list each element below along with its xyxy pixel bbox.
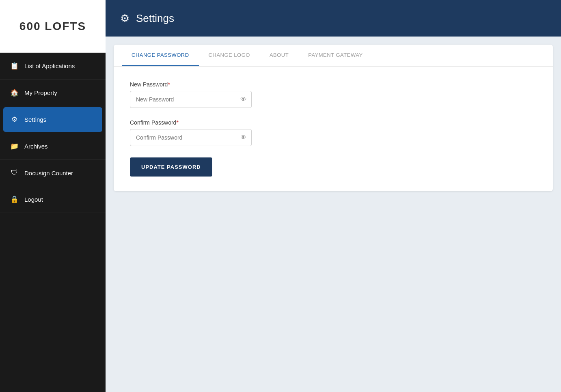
settings-tabs: CHANGE PASSWORDCHANGE LOGOABOUTPAYMENT G… [114, 45, 553, 67]
settings-icon: ⚙ [10, 115, 19, 124]
sidebar-label-docusign-counter: Docusign Counter [24, 170, 73, 177]
settings-card: CHANGE PASSWORDCHANGE LOGOABOUTPAYMENT G… [114, 45, 553, 191]
sidebar-item-docusign-counter[interactable]: 🛡 Docusign Counter [0, 160, 106, 186]
tab-about[interactable]: ABOUT [260, 45, 298, 66]
sidebar-item-logout[interactable]: 🔒 Logout [0, 186, 106, 213]
settings-header-icon: ⚙ [120, 12, 129, 25]
sidebar-item-list-applications[interactable]: 📋 List of Applications [0, 53, 106, 80]
confirm-password-toggle-icon[interactable]: 👁 [240, 134, 247, 141]
sidebar-label-logout: Logout [24, 196, 43, 203]
logout-icon: 🔒 [10, 195, 19, 204]
sidebar-label-my-property: My Property [24, 89, 57, 96]
main-content: ⚙ Settings CHANGE PASSWORDCHANGE LOGOABO… [106, 0, 561, 392]
list-applications-icon: 📋 [10, 62, 19, 70]
tab-change-logo[interactable]: CHANGE LOGO [199, 45, 260, 66]
page-title: Settings [136, 12, 174, 25]
sidebar-label-list-applications: List of Applications [24, 62, 75, 69]
tab-change-password[interactable]: CHANGE PASSWORD [122, 45, 199, 66]
confirm-password-required: * [176, 119, 178, 126]
change-password-form: New Password* 👁 Confirm Password* 👁 [114, 67, 553, 191]
sidebar-item-my-property[interactable]: 🏠 My Property [0, 80, 106, 106]
sidebar-nav: 📋 List of Applications 🏠 My Property ⚙ S… [0, 53, 106, 392]
update-password-button[interactable]: UPDATE PASSWORD [130, 157, 212, 177]
confirm-password-wrapper: 👁 [130, 129, 252, 146]
app-logo-text: 600 LOFTS [19, 20, 86, 33]
sidebar-item-archives[interactable]: 📁 Archives [0, 133, 106, 160]
sidebar-label-settings: Settings [24, 116, 46, 123]
new-password-label: New Password* [130, 81, 537, 88]
new-password-input[interactable] [130, 91, 252, 108]
new-password-wrapper: 👁 [130, 91, 252, 108]
new-password-required: * [168, 81, 170, 88]
sidebar-logo: 600 LOFTS [0, 0, 106, 53]
docusign-counter-icon: 🛡 [10, 169, 19, 177]
content-area: CHANGE PASSWORDCHANGE LOGOABOUTPAYMENT G… [106, 37, 561, 392]
my-property-icon: 🏠 [10, 88, 19, 97]
new-password-group: New Password* 👁 [130, 81, 537, 108]
sidebar-label-archives: Archives [24, 143, 48, 150]
tab-payment-gateway[interactable]: PAYMENT GATEWAY [298, 45, 372, 66]
new-password-toggle-icon[interactable]: 👁 [240, 96, 247, 103]
confirm-password-input[interactable] [130, 129, 252, 146]
confirm-password-group: Confirm Password* 👁 [130, 119, 537, 146]
archives-icon: 📁 [10, 142, 19, 151]
sidebar: 600 LOFTS 📋 List of Applications 🏠 My Pr… [0, 0, 106, 392]
page-header: ⚙ Settings [106, 0, 561, 37]
confirm-password-label: Confirm Password* [130, 119, 537, 126]
sidebar-item-settings[interactable]: ⚙ Settings [3, 107, 102, 132]
